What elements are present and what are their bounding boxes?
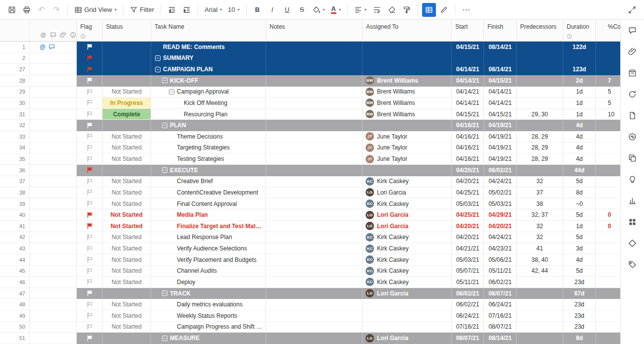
status-cell[interactable]: [103, 333, 151, 344]
duration-cell[interactable]: 23d: [563, 277, 596, 288]
finish-cell[interactable]: 07/16/21: [484, 310, 517, 322]
finish-cell[interactable]: 04/20/21: [484, 221, 517, 232]
notes-cell[interactable]: [266, 232, 363, 244]
row-number[interactable]: 1: [0, 42, 30, 53]
collapse-toggle-icon[interactable]: [155, 67, 161, 72]
status-cell[interactable]: Not Started: [103, 266, 151, 277]
percent-complete-cell[interactable]: [596, 42, 620, 53]
info-icon[interactable]: [69, 31, 76, 38]
start-cell[interactable]: 04/16/21: [452, 153, 484, 165]
collapse-toggle-icon[interactable]: [169, 89, 174, 95]
finish-cell[interactable]: 04/29/21: [484, 209, 517, 221]
task-cell[interactable]: Finalize Target and Test Matrix: [151, 221, 266, 232]
flag-cell[interactable]: [77, 299, 103, 310]
notes-cell[interactable]: [266, 176, 363, 188]
more-options-button[interactable]: ⋯: [459, 3, 473, 17]
predecessors-cell[interactable]: [517, 299, 563, 310]
duration-cell[interactable]: 3d: [563, 243, 596, 254]
flag-cell[interactable]: [77, 277, 103, 288]
assigned-cell[interactable]: [363, 42, 452, 53]
assigned-cell[interactable]: KCKirk Caskey: [363, 198, 452, 210]
row-number[interactable]: 28: [0, 75, 30, 87]
row-indicator-cell[interactable]: [30, 53, 77, 64]
percent-complete-cell[interactable]: [596, 143, 620, 154]
finish-cell[interactable]: 08/07/21: [484, 288, 517, 299]
percent-complete-cell[interactable]: 5: [596, 98, 620, 109]
duration-cell[interactable]: 23d: [563, 299, 596, 310]
flag-cell[interactable]: [77, 232, 103, 244]
row-indicator-cell[interactable]: [30, 209, 77, 221]
notes-cell[interactable]: [266, 333, 363, 344]
predecessors-cell[interactable]: 32, 37: [517, 209, 563, 221]
filter-button[interactable]: Filter: [127, 3, 157, 17]
flag-cell[interactable]: [77, 209, 103, 221]
status-cell[interactable]: Not Started: [103, 131, 151, 143]
duration-cell[interactable]: 5d: [563, 232, 596, 244]
percent-complete-cell[interactable]: 0: [596, 209, 620, 221]
duration-cell[interactable]: 4d: [563, 131, 596, 143]
comment-icon[interactable]: [50, 31, 56, 38]
finish-cell[interactable]: 04/19/21: [484, 153, 517, 165]
italic-button[interactable]: I: [266, 3, 279, 17]
task-cell[interactable]: Final Content Approval: [151, 198, 266, 210]
finish-cell[interactable]: 04/14/21: [484, 87, 517, 98]
notes-cell[interactable]: [266, 131, 363, 143]
notes-cell[interactable]: [266, 75, 363, 87]
row-number[interactable]: 41: [0, 221, 30, 232]
attachments-icon[interactable]: [628, 47, 637, 56]
start-cell[interactable]: 04/14/21: [452, 64, 484, 75]
status-cell[interactable]: In Progress: [103, 98, 151, 109]
row-number[interactable]: 35: [0, 153, 30, 165]
finish-cell[interactable]: 04/15/21: [484, 75, 517, 87]
outdent-button[interactable]: [165, 3, 179, 17]
flag-cell[interactable]: [77, 243, 103, 254]
status-cell[interactable]: [103, 53, 151, 64]
finish-cell[interactable]: 04/23/21: [484, 243, 517, 254]
duration-cell[interactable]: 5d: [563, 176, 596, 188]
percent-complete-cell[interactable]: [596, 266, 620, 277]
predecessors-cell[interactable]: 29, 30: [517, 109, 563, 120]
duration-cell[interactable]: 4d: [563, 153, 596, 165]
row-number[interactable]: 50: [0, 322, 30, 333]
row-number[interactable]: 38: [0, 187, 30, 198]
notes-cell[interactable]: [266, 53, 363, 64]
assigned-cell[interactable]: BWBrent Williams: [363, 98, 452, 109]
activity-log-icon[interactable]: [628, 132, 637, 141]
row-indicator-cell[interactable]: [30, 176, 77, 188]
duration-cell[interactable]: 2d: [563, 75, 596, 87]
row-number[interactable]: 33: [0, 131, 30, 143]
font-size-selector[interactable]: 10▾: [225, 3, 242, 17]
row-indicator-cell[interactable]: [30, 75, 77, 87]
percent-complete-cell[interactable]: [596, 333, 620, 344]
notes-cell[interactable]: [266, 87, 363, 98]
percent-complete-cell[interactable]: [596, 322, 620, 333]
flag-cell[interactable]: [77, 120, 103, 131]
row-indicator-cell[interactable]: [30, 254, 77, 266]
proofs-icon[interactable]: [628, 68, 637, 77]
predecessors-cell[interactable]: [517, 288, 563, 299]
strikethrough-button[interactable]: S: [295, 3, 309, 17]
status-cell[interactable]: Not Started: [103, 198, 151, 210]
assigned-cell[interactable]: [363, 53, 452, 64]
duration-cell[interactable]: 5d: [563, 266, 596, 277]
row-indicator-cell[interactable]: [30, 143, 77, 154]
duration-cell[interactable]: 4d: [563, 143, 596, 154]
task-cell[interactable]: Lead Response Plan: [151, 232, 266, 244]
redo-button[interactable]: ↷: [50, 3, 63, 17]
start-cell[interactable]: 05/03/21: [452, 254, 484, 266]
row-number[interactable]: 43: [0, 243, 30, 254]
row-indicator-cell[interactable]: [30, 266, 77, 277]
task-cell[interactable]: READ ME: Comments: [151, 42, 266, 53]
predecessors-cell[interactable]: [517, 98, 563, 109]
start-cell[interactable]: 05/07/21: [452, 266, 484, 277]
row-indicator-cell[interactable]: [30, 109, 77, 120]
finish-cell[interactable]: 05/02/21: [484, 187, 517, 198]
row-indicator-cell[interactable]: [30, 131, 77, 143]
row-indicator-cell[interactable]: [30, 277, 77, 288]
status-cell[interactable]: Not Started: [103, 143, 151, 154]
finish-cell[interactable]: 05/11/21: [484, 266, 517, 277]
finish-cell[interactable]: 06/02/21: [484, 165, 517, 176]
percent-complete-cell[interactable]: [596, 299, 620, 310]
predecessors-cell[interactable]: 32: [517, 221, 563, 232]
status-cell[interactable]: Not Started: [103, 221, 151, 232]
